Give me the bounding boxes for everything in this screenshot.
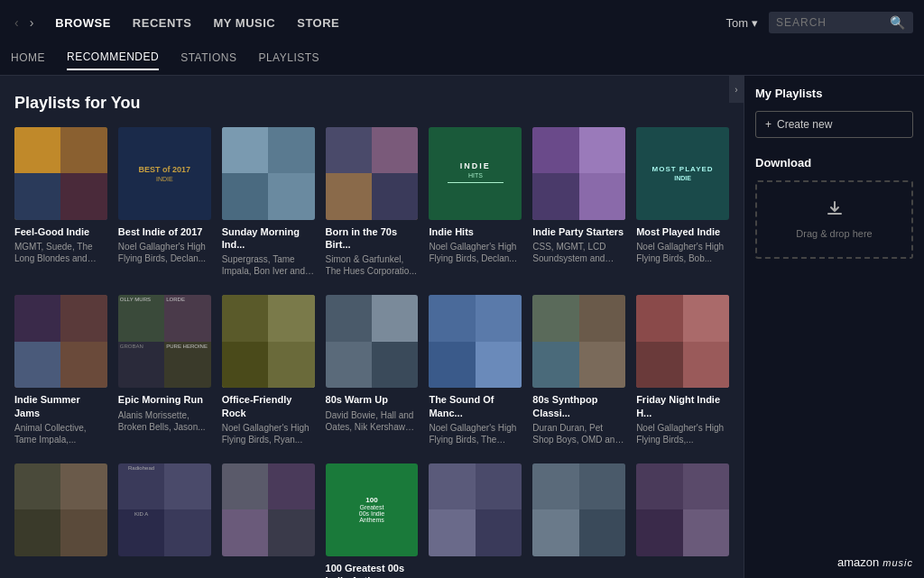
playlist-subtitle-14: Noel Gallagher's High Flying Birds,... <box>636 422 729 445</box>
playlist-subtitle-10: Noel Gallagher's High Flying Birds, Ryan… <box>222 422 315 445</box>
playlist-cover-19 <box>429 463 522 556</box>
playlist-item-18[interactable]: 100 Greatest 00s Indie Anthems 100 Great… <box>326 463 419 578</box>
playlist-subtitle-13: Duran Duran, Pet Shop Boys, OMD and more <box>532 422 625 445</box>
playlist-item-19[interactable] <box>429 463 522 578</box>
playlist-title-7: Most Played Indie <box>636 225 729 238</box>
playlist-subtitle-12: Noel Gallagher's High Flying Birds, The … <box>429 422 522 445</box>
user-menu[interactable]: Tom ▾ <box>725 16 758 30</box>
playlist-item-15[interactable] <box>14 463 107 578</box>
playlist-title-6: Indie Party Starters <box>532 225 625 238</box>
playlist-item-17[interactable] <box>222 463 315 578</box>
playlist-item-12[interactable]: The Sound Of Manc... Noel Gallagher's Hi… <box>429 295 522 445</box>
section-title: Playlists for You <box>14 94 729 113</box>
playlist-cover-12 <box>429 295 522 388</box>
playlist-subtitle-4: Simon & Garfunkel, The Hues Corporatio..… <box>326 253 419 277</box>
playlist-cover-20 <box>532 463 625 556</box>
playlist-title-5: Indie Hits <box>429 225 522 238</box>
playlist-item-3[interactable]: Sunday Morning Ind... Supergrass, Tame I… <box>222 127 315 277</box>
playlist-cover-5: INDIE HITS <box>429 127 522 220</box>
playlist-title-10: Office-Friendly Rock <box>222 393 315 419</box>
top-nav: ‹ › BROWSE RECENTS MY MUSIC STORE Tom ▾ … <box>0 0 924 45</box>
playlist-item-9[interactable]: OLLY MURS LORDE GROBAN PURE HEROINE Epic… <box>118 295 211 445</box>
search-bar: 🔍 <box>769 12 913 33</box>
playlist-title-12: The Sound Of Manc... <box>429 393 522 419</box>
playlist-cover-13 <box>532 295 625 388</box>
playlist-cover-8 <box>14 295 107 388</box>
sidebar: My Playlists + Create new Download Drag … <box>744 76 924 578</box>
sub-nav-stations[interactable]: STATIONS <box>180 51 236 69</box>
playlist-title-1: Feel-Good Indie <box>14 225 107 238</box>
playlist-subtitle-6: CSS, MGMT, LCD Soundsystem and more <box>532 241 625 264</box>
sub-nav-recommended[interactable]: RECOMMENDED <box>67 50 159 70</box>
playlist-cover-4 <box>326 127 419 220</box>
playlist-cover-11 <box>326 295 419 388</box>
playlist-title-18: 100 Greatest 00s Indie Anthems <box>326 562 419 578</box>
svg-rect-0 <box>827 213 842 215</box>
create-new-button[interactable]: + Create new <box>755 111 913 138</box>
playlist-item-8[interactable]: Indie Summer Jams Animal Collective, Tam… <box>14 295 107 445</box>
playlist-cover-14 <box>636 295 729 388</box>
playlist-title-4: Born in the 70s Birt... <box>326 225 419 252</box>
playlist-title-14: Friday Night Indie H... <box>636 393 729 419</box>
playlist-subtitle-2: Noel Gallagher's High Flying Birds, Decl… <box>118 241 211 264</box>
playlist-title-13: 80s Synthpop Classi... <box>532 393 625 419</box>
drag-drop-area[interactable]: Drag & drop here <box>755 180 913 259</box>
playlist-item-1[interactable]: Feel-Good Indie MGMT, Suede, The Long Bl… <box>14 127 107 277</box>
search-icon[interactable]: 🔍 <box>890 15 905 30</box>
nav-store[interactable]: STORE <box>297 16 339 30</box>
playlist-item-10[interactable]: Office-Friendly Rock Noel Gallagher's Hi… <box>222 295 315 445</box>
sub-nav-home[interactable]: HOME <box>11 51 45 69</box>
playlist-title-2: Best Indie of 2017 <box>118 225 211 238</box>
top-nav-right: Tom ▾ 🔍 <box>725 12 913 33</box>
forward-arrow[interactable]: › <box>26 12 38 33</box>
nav-arrows: ‹ › <box>11 12 37 33</box>
playlist-cover-6 <box>532 127 625 220</box>
content-area: Playlists for You Feel-Good Indie MGMT, … <box>0 76 744 578</box>
user-name: Tom <box>725 16 748 30</box>
playlist-subtitle-9: Alanis Morissette, Broken Bells, Jason..… <box>118 409 211 433</box>
playlist-cover-2: BEST of 2017 INDIE <box>118 127 211 220</box>
playlist-grid-row1: Feel-Good Indie MGMT, Suede, The Long Bl… <box>14 127 729 277</box>
sub-nav-playlists[interactable]: PLAYLISTS <box>258 51 319 69</box>
playlist-title-8: Indie Summer Jams <box>14 393 107 419</box>
toggle-chevron-icon: › <box>735 85 737 95</box>
playlist-grid-row2: Indie Summer Jams Animal Collective, Tam… <box>14 295 729 445</box>
search-input[interactable] <box>776 16 884 29</box>
playlist-item-2[interactable]: BEST of 2017 INDIE Best Indie of 2017 No… <box>118 127 211 277</box>
plus-icon: + <box>765 118 772 131</box>
nav-my-music[interactable]: MY MUSIC <box>213 16 275 30</box>
playlist-cover-7: MOST PLAYED INDIE <box>636 127 729 220</box>
playlist-title-3: Sunday Morning Ind... <box>222 225 315 252</box>
playlist-item-21[interactable] <box>636 463 729 578</box>
playlist-item-20[interactable] <box>532 463 625 578</box>
playlist-cover-3 <box>222 127 315 220</box>
amazon-wordmark: amazon <box>837 555 879 569</box>
playlist-subtitle-1: MGMT, Suede, The Long Blondes and more <box>14 241 107 264</box>
playlist-title-9: Epic Morning Run <box>118 393 211 406</box>
drag-drop-label: Drag & drop here <box>766 228 902 239</box>
playlist-subtitle-11: David Bowie, Hall and Oates, Nik Kershaw… <box>326 409 419 433</box>
playlist-item-14[interactable]: Friday Night Indie H... Noel Gallagher's… <box>636 295 729 445</box>
nav-browse[interactable]: BROWSE <box>55 16 111 30</box>
playlist-item-5[interactable]: INDIE HITS Indie Hits Noel Gallagher's H… <box>429 127 522 277</box>
playlist-cover-16: Radiohead KID A <box>118 463 211 556</box>
playlist-item-6[interactable]: Indie Party Starters CSS, MGMT, LCD Soun… <box>532 127 625 277</box>
sub-nav: HOME RECOMMENDED STATIONS PLAYLISTS <box>0 45 924 76</box>
playlist-cover-15 <box>14 463 107 556</box>
playlist-cover-18: 100 Greatest 00s Indie Anthems <box>326 463 419 556</box>
user-chevron-icon: ▾ <box>752 16 758 30</box>
playlist-subtitle-3: Supergrass, Tame Impala, Bon Iver and ..… <box>222 253 315 277</box>
playlist-title-11: 80s Warm Up <box>326 393 419 406</box>
back-arrow[interactable]: ‹ <box>11 12 23 33</box>
playlist-item-16[interactable]: Radiohead KID A <box>118 463 211 578</box>
playlist-item-4[interactable]: Born in the 70s Birt... Simon & Garfunke… <box>326 127 419 277</box>
playlist-item-7[interactable]: MOST PLAYED INDIE Most Played Indie Noel… <box>636 127 729 277</box>
playlist-item-13[interactable]: 80s Synthpop Classi... Duran Duran, Pet … <box>532 295 625 445</box>
sidebar-toggle[interactable]: › <box>729 76 744 103</box>
my-playlists-title: My Playlists <box>755 87 913 100</box>
playlist-cover-1 <box>14 127 107 220</box>
nav-recents[interactable]: RECENTS <box>133 16 192 30</box>
playlist-item-11[interactable]: 80s Warm Up David Bowie, Hall and Oates,… <box>326 295 419 445</box>
main-nav: BROWSE RECENTS MY MUSIC STORE <box>55 16 707 30</box>
playlist-cover-9: OLLY MURS LORDE GROBAN PURE HEROINE <box>118 295 211 388</box>
